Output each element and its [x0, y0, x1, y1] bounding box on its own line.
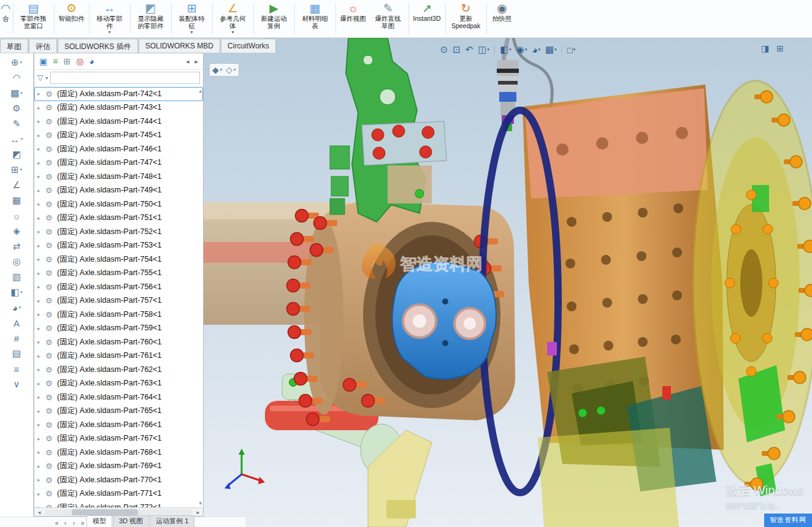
expand-arrow-icon[interactable]: ▸: [37, 188, 42, 194]
previous-view-icon[interactable]: ↶ ▾: [464, 44, 475, 56]
tree-row[interactable]: ▸ ⚙ (固定) Axle.sldasm-Part-760<1: [34, 335, 203, 349]
display-style-icon[interactable]: ◧ ▾: [498, 44, 513, 56]
tree-row[interactable]: ▸ ⚙ (固定) Axle.sldasm-Part-758<1: [34, 308, 203, 322]
expand-arrow-icon[interactable]: ▸: [37, 504, 42, 507]
tree-row[interactable]: ▸ ⚙ (固定) Axle.sldasm-Part-769<1: [34, 460, 203, 474]
split-view-pane-icon[interactable]: ⊞: [776, 44, 784, 53]
explode-line-sketch-button[interactable]: ✎ 爆炸直线草图 ▾: [369, 0, 407, 37]
expand-arrow-icon[interactable]: ▸: [37, 298, 42, 304]
tree-row[interactable]: ▸ ⚙ (固定) Axle.sldasm-Part-750<1: [34, 197, 203, 211]
tree-row[interactable]: ▸ ⚙ (固定) Axle.sldasm-Part-749<1: [34, 184, 203, 198]
move-component-button[interactable]: ↔ 移动零部件 ▾: [91, 0, 129, 37]
3d-model-canvas[interactable]: 智造资料网: [204, 38, 812, 527]
model-tabs-prev-button[interactable]: ‹: [61, 520, 69, 526]
bill-of-materials-icon[interactable]: ▦ ▾: [2, 193, 31, 208]
tree-horizontal-scrollbar[interactable]: ◂ ▸: [34, 507, 203, 516]
exploded-view-button[interactable]: ☼ 爆炸视图 ▾: [337, 0, 369, 37]
model-tab[interactable]: 模型: [86, 515, 112, 527]
grid-system-icon[interactable]: ▤ ▾: [2, 346, 31, 361]
motion-study-tab[interactable]: 运动算例 1: [150, 515, 194, 527]
more-tools-icon[interactable]: ≡ ▾: [2, 362, 31, 376]
tab-circuitworks[interactable]: CircuitWorks: [221, 39, 276, 53]
reference-geometry-icon[interactable]: ∠ ▾: [2, 178, 31, 192]
tab-sketch[interactable]: 草图: [0, 39, 28, 53]
tree-row[interactable]: ▸ ⚙ (固定) Axle.sldasm-Part-761<1: [34, 349, 203, 363]
hidden-components-cube-icon[interactable]: ◆ ▾: [212, 65, 222, 75]
expand-arrow-icon[interactable]: ▸: [37, 436, 42, 442]
expand-arrow-icon[interactable]: ▸: [37, 463, 42, 469]
configurationmanager-tab-icon[interactable]: ⊞: [63, 56, 71, 66]
tree-row[interactable]: ▸ ⚙ (固定) Axle.sldasm-Part-756<1: [34, 280, 203, 294]
tree-scroll-down-icon[interactable]: ▾: [199, 500, 202, 506]
tab-evaluate[interactable]: 评估: [29, 39, 57, 53]
edit-component-icon[interactable]: ✎ ▾: [2, 116, 31, 131]
annotations-icon[interactable]: A ▾: [2, 316, 31, 330]
hscroll-right-icon[interactable]: ▸: [193, 509, 203, 515]
move-component-icon[interactable]: ↔ ▾: [2, 132, 31, 146]
assembly-features-icon[interactable]: ⊞ ▾: [2, 162, 31, 177]
expand-arrow-icon[interactable]: ▸: [37, 243, 42, 249]
expand-arrow-icon[interactable]: ▸: [37, 477, 42, 483]
component-pattern-icon[interactable]: ▩ ▾: [2, 86, 31, 100]
exploded-view-icon[interactable]: ☼ ▾: [2, 208, 31, 223]
tab-solidworks-mbd[interactable]: SOLIDWORKS MBD: [139, 39, 220, 53]
tree-row[interactable]: ▸ ⚙ (固定) Axle.sldasm-Part-772<1: [34, 501, 203, 507]
expand-arrow-icon[interactable]: ▸: [37, 201, 42, 207]
expand-arrow-icon[interactable]: ▸: [37, 381, 42, 387]
tab-solidworks-addins[interactable]: SOLIDWORKS 插件: [58, 39, 138, 53]
component-preview-window-button[interactable]: ▤ 零部件预览窗口 ▾: [15, 0, 53, 37]
tree-row[interactable]: ▸ ⚙ (固定) Axle.sldasm-Part-747<1: [34, 156, 203, 170]
bill-of-materials-button[interactable]: ▦ 材料明细表 ▾: [296, 0, 334, 37]
expand-arrow-icon[interactable]: ▸: [37, 160, 42, 166]
smart-fasteners-icon[interactable]: ⚙ ▾: [2, 101, 31, 116]
edit-appearance-icon[interactable]: ◕ ▾: [530, 44, 542, 56]
tree-row[interactable]: ▸ ⚙ (固定) Axle.sldasm-Part-770<1: [34, 473, 203, 487]
expand-arrow-icon[interactable]: ▸: [37, 422, 42, 428]
take-snapshot-button[interactable]: ◉ 拍快照 ▾: [488, 0, 516, 37]
collapse-featurepane-icon[interactable]: ◨: [761, 44, 769, 53]
hscroll-left-icon[interactable]: ◂: [34, 509, 44, 515]
evaluate-tools-icon[interactable]: ⇄ ▾: [2, 239, 31, 254]
graphics-viewport[interactable]: 智造资料网 ⊙ ▾ ⊡ ▾ ↶: [204, 38, 812, 527]
model-tabs-first-button[interactable]: «: [53, 520, 61, 526]
expand-arrow-icon[interactable]: ▸: [37, 408, 42, 414]
section-view-icon[interactable]: ◫ ▾: [476, 44, 491, 56]
view-settings-icon[interactable]: □ ▾: [565, 44, 578, 56]
expand-arrow-icon[interactable]: ▸: [37, 146, 42, 152]
zoom-area-icon[interactable]: ⊡ ▾: [451, 44, 462, 56]
tree-row[interactable]: ▸ ⚙ (固定) Axle.sldasm-Part-755<1: [34, 267, 203, 281]
tree-row[interactable]: ▸ ⚙ (固定) Axle.sldasm-Part-757<1: [34, 294, 203, 308]
tree-row[interactable]: ▸ ⚙ (固定) Axle.sldasm-Part-745<1: [34, 129, 203, 143]
tree-row[interactable]: ▸ ⚙ (固定) Axle.sldasm-Part-771<1: [34, 487, 203, 501]
smart-fasteners-button[interactable]: ⚙ 智能扣件 ▾: [56, 0, 88, 37]
section-properties-icon[interactable]: ◧ ▾: [2, 285, 31, 300]
expand-arrow-icon[interactable]: ▸: [37, 353, 42, 359]
tree-row[interactable]: ▸ ⚙ (固定) Axle.sldasm-Part-752<1: [34, 225, 203, 239]
new-motion-study-button[interactable]: ▶ 新建运动算例 ▾: [255, 0, 293, 37]
tree-row[interactable]: ▸ ⚙ (固定) Axle.sldasm-Part-762<1: [34, 363, 203, 377]
tree-filter-input[interactable]: [50, 72, 200, 84]
tree-row[interactable]: ▸ ⚙ (固定) Axle.sldasm-Part-764<1: [34, 390, 203, 404]
show-hidden-components-button[interactable]: ◩ 显示隐藏的零部件 ▾: [132, 0, 170, 37]
update-speedpak-button[interactable]: ↻ 更新 Speedpak ▾: [447, 0, 485, 37]
expand-arrow-icon[interactable]: ▸: [37, 366, 42, 373]
expand-arrow-icon[interactable]: ▸: [37, 132, 42, 138]
tree-row[interactable]: ▸ ⚙ (固定) Axle.sldasm-Part-746<1: [34, 142, 203, 156]
component-transparency-cube-icon[interactable]: ◇ ▾: [226, 65, 236, 75]
measure-icon[interactable]: ◎ ▾: [2, 254, 31, 269]
scroll-left-icon[interactable]: ◂: [186, 58, 190, 66]
show-hidden-icon[interactable]: ◩ ▾: [2, 147, 31, 162]
assembly-features-button[interactable]: ⊞ 装配体特征 ▾: [173, 0, 211, 37]
expand-arrow-icon[interactable]: ▸: [37, 325, 42, 332]
expand-arrow-icon[interactable]: ▸: [37, 229, 42, 235]
reference-geometry-button[interactable]: ∠ 参考几何体 ▾: [214, 0, 252, 37]
kingpin-carrier[interactable]: [393, 262, 496, 379]
insert-components-icon[interactable]: ⊕ ▾: [2, 55, 31, 70]
expand-arrow-icon[interactable]: ▸: [37, 449, 42, 455]
tree-row[interactable]: ▸ ⚙ (固定) Axle.sldasm-Part-766<1: [34, 418, 203, 432]
mass-properties-icon[interactable]: ▥ ▾: [2, 270, 31, 284]
tree-row[interactable]: ▸ ⚙ (固定) Axle.sldasm-Part-754<1: [34, 252, 203, 267]
expand-arrow-icon[interactable]: ▸: [37, 215, 42, 221]
displaymanager-tab-icon[interactable]: ◕: [89, 56, 94, 66]
chevron-down-icon[interactable]: ▾: [45, 75, 48, 81]
